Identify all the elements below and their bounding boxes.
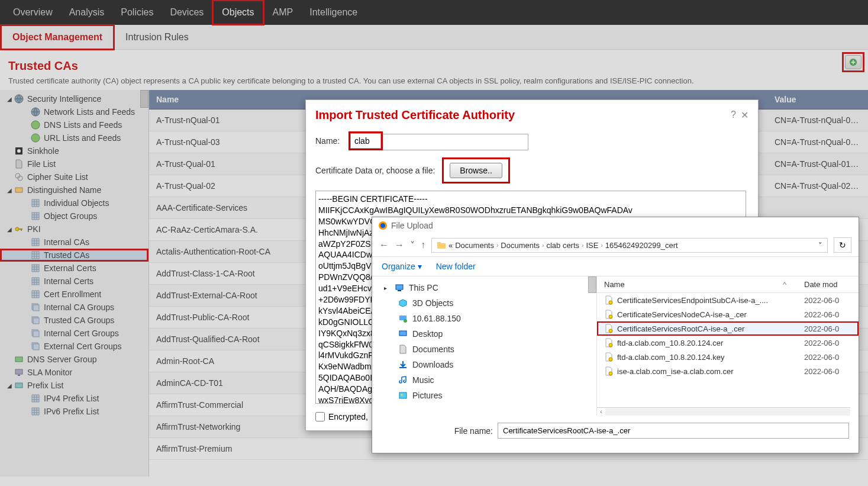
table-row-value: CN=A-Trust-nQual-03, O bbox=[767, 131, 868, 153]
nav-devices[interactable]: Devices bbox=[162, 1, 212, 24]
tree-item[interactable]: Object Groups bbox=[0, 210, 149, 223]
nav-policies[interactable]: Policies bbox=[112, 1, 162, 24]
subtab-intrusion-rules[interactable]: Intrusion Rules bbox=[115, 26, 199, 49]
file-name: ise-a.clab.com_ise-a.clab.com.cer bbox=[617, 367, 801, 376]
fu-sidebar-item[interactable]: Desktop bbox=[372, 326, 596, 342]
fu-sidebar-item[interactable]: Downloads bbox=[372, 357, 596, 372]
tree-item[interactable]: IPv4 Prefix List bbox=[0, 392, 149, 405]
svg-rect-39 bbox=[399, 392, 406, 398]
fu-sidebar-item[interactable]: ▸This PC bbox=[372, 280, 596, 295]
tree-item[interactable]: ◢Distinguished Name bbox=[0, 184, 149, 197]
table-header-value[interactable]: Value bbox=[767, 90, 868, 110]
file-icon bbox=[14, 159, 24, 169]
organize-dropdown[interactable]: Organize ▾ bbox=[382, 262, 422, 271]
fu-sidebar-item[interactable]: Documents bbox=[372, 342, 596, 357]
svg-rect-16 bbox=[32, 278, 39, 285]
prefix-icon bbox=[14, 381, 24, 390]
tree-item[interactable]: URL Lists and Feeds bbox=[0, 131, 149, 144]
svg-point-4 bbox=[31, 134, 40, 142]
refresh-button[interactable]: ↻ bbox=[834, 237, 851, 253]
nav-overview[interactable]: Overview bbox=[5, 1, 61, 24]
svg-rect-19 bbox=[33, 305, 39, 311]
file-row[interactable]: ise-a.clab.com_ise-a.clab.com.cer2022-06… bbox=[597, 364, 859, 378]
nav-objects[interactable]: Objects bbox=[212, 0, 264, 25]
file-date: 2022-06-0 bbox=[804, 353, 851, 362]
file-name: CertificateServicesNodeCA-ise-a_.cer bbox=[617, 310, 801, 319]
tree-item[interactable]: Internal CAs bbox=[0, 236, 149, 249]
sub-tabs: Object Management Intrusion Rules bbox=[0, 25, 868, 50]
tree-item[interactable]: DNS Lists and Feeds bbox=[0, 118, 149, 131]
fu-sidebar-scrollbar[interactable] bbox=[588, 276, 596, 293]
file-list-hscrollbar[interactable]: ‹ bbox=[597, 407, 850, 416]
subtab-object-management[interactable]: Object Management bbox=[0, 24, 115, 50]
add-trusted-ca-button[interactable] bbox=[845, 55, 861, 69]
filename-input[interactable] bbox=[498, 423, 849, 439]
file-header-name[interactable]: Name bbox=[604, 280, 783, 289]
tree-item[interactable]: Cipher Suite List bbox=[0, 170, 149, 184]
tree-item[interactable]: Internal Cert Groups bbox=[0, 327, 149, 340]
filename-label: File name: bbox=[454, 426, 493, 436]
stack-icon bbox=[31, 329, 40, 338]
tree-item[interactable]: Internal Certs bbox=[0, 275, 149, 288]
tree-item[interactable]: Trusted CA Groups bbox=[0, 314, 149, 327]
globe-icon bbox=[14, 94, 24, 104]
tree-item[interactable]: IPv6 Prefix List bbox=[0, 405, 149, 418]
tree-item[interactable]: DNS Server Group bbox=[0, 353, 149, 366]
tree-item-label: Network Lists and Feeds bbox=[44, 107, 135, 117]
file-row[interactable]: ftd-a.clab.com_10.8.20.124.key2022-06-0 bbox=[597, 350, 859, 364]
tree-item[interactable]: Internal CA Groups bbox=[0, 301, 149, 314]
tree-item-label: Trusted CA Groups bbox=[44, 316, 114, 325]
name-input-extension[interactable] bbox=[383, 134, 528, 150]
tree-item-label: Internal CAs bbox=[44, 237, 89, 247]
fu-sidebar-item[interactable]: 10.61.88.150 bbox=[372, 311, 596, 326]
cert-data-label: Certificate Data or, choose a file: bbox=[315, 166, 435, 175]
nav-forward-icon[interactable]: → bbox=[395, 240, 404, 250]
tree-item[interactable]: Sinkhole bbox=[0, 144, 149, 157]
file-row[interactable]: ftd-a.clab.com_10.8.20.124.cer2022-06-0 bbox=[597, 336, 859, 350]
nav-analysis[interactable]: Analysis bbox=[61, 1, 113, 24]
file-list: Name ^ Date mod CertificateServicesEndpo… bbox=[597, 276, 859, 416]
tree-item[interactable]: External Cert Groups bbox=[0, 340, 149, 353]
svg-rect-38 bbox=[399, 331, 406, 336]
sinkhole-icon bbox=[14, 146, 24, 156]
tree-item[interactable]: ◢PKI bbox=[0, 223, 149, 236]
object-tree-sidebar[interactable]: ◢Security IntelligenceNetwork Lists and … bbox=[0, 90, 149, 477]
dialog-title: Import Trusted Certificate Authority bbox=[315, 108, 515, 122]
grid-icon bbox=[31, 289, 40, 299]
name-input[interactable] bbox=[350, 133, 381, 149]
tree-item[interactable]: Cert Enrollment bbox=[0, 288, 149, 301]
browse-button[interactable]: Browse.. bbox=[450, 163, 502, 178]
file-header-date[interactable]: Date mod bbox=[804, 280, 851, 289]
tree-item-label: Security Intelligence bbox=[27, 94, 101, 104]
tree-item[interactable]: ◢Security Intelligence bbox=[0, 92, 149, 105]
nav-back-icon[interactable]: ← bbox=[379, 240, 389, 250]
new-folder-button[interactable]: New folder bbox=[436, 262, 476, 271]
fu-sidebar-item[interactable]: Music bbox=[372, 372, 596, 388]
tree-item[interactable]: SLA Monitor bbox=[0, 366, 149, 379]
svg-rect-10 bbox=[32, 199, 39, 207]
file-row[interactable]: CertificateServicesNodeCA-ise-a_.cer2022… bbox=[597, 307, 859, 321]
tree-item[interactable]: File List bbox=[0, 157, 149, 170]
file-upload-sidebar[interactable]: ▸This PC3D Objects10.61.88.150DesktopDoc… bbox=[372, 276, 597, 416]
tree-item[interactable]: ◢Prefix List bbox=[0, 379, 149, 392]
tree-item-label: Cert Enrollment bbox=[44, 289, 101, 299]
nav-intelligence[interactable]: Intelligence bbox=[301, 1, 366, 24]
svg-rect-13 bbox=[32, 239, 39, 246]
tree-item[interactable]: External Certs bbox=[0, 262, 149, 275]
tree-item[interactable]: Network Lists and Feeds bbox=[0, 105, 149, 118]
nav-amp[interactable]: AMP bbox=[264, 1, 302, 24]
encrypted-checkbox[interactable] bbox=[315, 412, 325, 421]
nav-up-icon[interactable]: ↑ bbox=[421, 240, 425, 250]
sidebar-scrollbar[interactable] bbox=[140, 90, 149, 108]
file-row[interactable]: CertificateServicesEndpointSubCA-ise-a_.… bbox=[597, 293, 859, 307]
nav-recent-icon[interactable]: ˅ bbox=[410, 240, 415, 251]
tree-item[interactable]: Trusted CAs bbox=[0, 249, 149, 262]
fu-sidebar-item[interactable]: 3D Objects bbox=[372, 295, 596, 311]
tree-item-label: DNS Lists and Feeds bbox=[44, 120, 122, 130]
file-row[interactable]: CertificateServicesRootCA-ise-a_.cer2022… bbox=[597, 321, 859, 336]
fu-sidebar-item[interactable]: Pictures bbox=[372, 388, 596, 403]
help-icon[interactable]: ? bbox=[731, 110, 736, 121]
tree-item[interactable]: Individual Objects bbox=[0, 197, 149, 210]
breadcrumb[interactable]: « Documents› Documents› clab certs› ISE›… bbox=[431, 238, 828, 253]
close-icon[interactable]: ✕ bbox=[741, 110, 748, 121]
